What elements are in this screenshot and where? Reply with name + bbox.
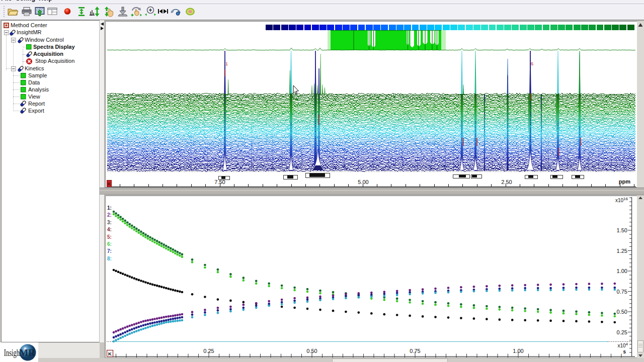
svg-text:1.50: 1.50 xyxy=(617,227,627,233)
svg-text:0.25: 0.25 xyxy=(203,348,214,354)
svg-text:7:: 7: xyxy=(107,248,112,254)
svg-text:0.50: 0.50 xyxy=(306,348,317,354)
svg-text:x1016: x1016 xyxy=(615,197,628,203)
svg-text:2.50: 2.50 xyxy=(501,179,512,185)
svg-text:6:: 6: xyxy=(107,241,112,247)
svg-text:x104: x104 xyxy=(617,342,628,348)
svg-text:4:: 4: xyxy=(107,227,112,232)
svg-text:0.50: 0.50 xyxy=(617,309,627,315)
svg-text:1.00: 1.00 xyxy=(513,348,523,354)
svg-text:K: K xyxy=(108,182,111,187)
svg-text:s: s xyxy=(623,349,626,354)
svg-text:1: 1 xyxy=(225,61,228,66)
svg-text:0.75: 0.75 xyxy=(410,348,420,354)
svg-text:ppm: ppm xyxy=(619,178,630,185)
svg-text:6: 6 xyxy=(531,61,533,66)
svg-text:1.00: 1.00 xyxy=(617,268,627,274)
svg-text:2:: 2: xyxy=(107,212,112,218)
svg-text:K: K xyxy=(108,351,112,356)
svg-text:8:: 8: xyxy=(107,256,112,261)
svg-text:1.25: 1.25 xyxy=(617,248,627,254)
svg-text:0.75: 0.75 xyxy=(617,289,627,295)
svg-text:0.25: 0.25 xyxy=(617,329,627,335)
svg-text:MR: MR xyxy=(19,347,35,358)
svg-text:3:: 3: xyxy=(107,220,112,225)
svg-text:5.00: 5.00 xyxy=(358,179,368,185)
svg-text:7.50: 7.50 xyxy=(214,179,225,185)
svg-text:1:: 1: xyxy=(107,205,112,211)
svg-text:5:: 5: xyxy=(107,234,112,240)
